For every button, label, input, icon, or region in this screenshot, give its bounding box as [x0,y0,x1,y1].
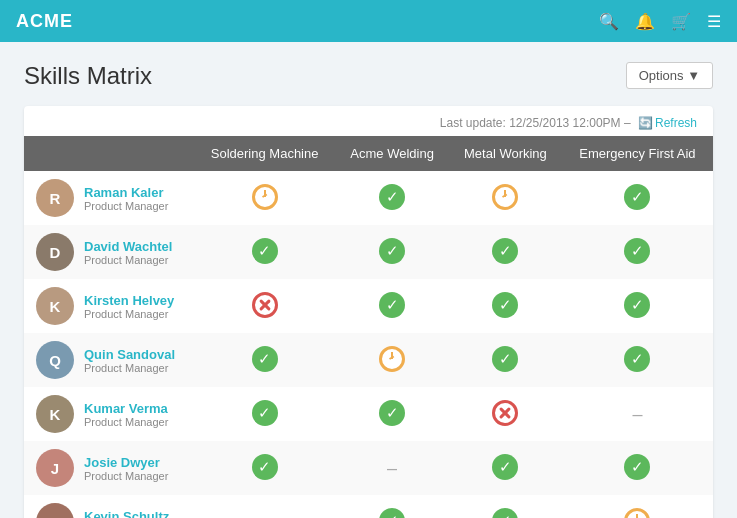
search-icon[interactable]: 🔍 [599,12,619,31]
table-row: Q Quin Sandoval Product Manager [24,333,713,387]
table-row: K Kevin Schultz Product Manager – [24,495,713,518]
status-no-icon [252,292,278,318]
person-name[interactable]: Kumar Verma [84,401,168,416]
person-role: Product Manager [84,308,174,320]
cell-welding [335,495,449,518]
person-cell: J Josie Dwyer Product Manager [24,441,194,495]
person-role: Product Manager [84,362,175,374]
person-name[interactable]: Kevin Schultz [84,509,169,519]
status-check-icon [252,238,278,264]
skills-table: Soldering Machine Acme Welding Metal Wor… [24,136,713,518]
col-header-firstaid: Emergency First Aid [562,136,713,171]
cell-firstaid [562,333,713,387]
person-info: Quin Sandoval Product Manager [84,347,175,374]
page-header: Skills Matrix Options ▼ [24,62,713,90]
person-role: Product Manager [84,254,172,266]
cell-metal [449,495,562,518]
person-info: Raman Kaler Product Manager [84,185,168,212]
person-cell-inner: J Josie Dwyer Product Manager [36,449,182,487]
last-update-label: Last update: 12/25/2013 12:00PM – [440,116,631,130]
table-row: K Kirsten Helvey Product Manager [24,279,713,333]
person-cell: D David Wachtel Product Manager [24,225,194,279]
status-check-icon [492,238,518,264]
person-cell-inner: K Kirsten Helvey Product Manager [36,287,182,325]
person-role: Product Manager [84,416,168,428]
cell-soldering [194,441,335,495]
table-body: R Raman Kaler Product Manager D David Wa… [24,171,713,518]
person-name[interactable]: Josie Dwyer [84,455,168,470]
status-dash-icon: – [260,513,270,518]
person-name[interactable]: Raman Kaler [84,185,168,200]
card-meta: Last update: 12/25/2013 12:00PM – 🔄Refre… [24,106,713,136]
cell-soldering [194,387,335,441]
avatar: D [36,233,74,271]
avatar: K [36,287,74,325]
person-name[interactable]: Quin Sandoval [84,347,175,362]
cart-icon[interactable]: 🛒 [671,12,691,31]
person-cell-inner: D David Wachtel Product Manager [36,233,182,271]
cell-welding [335,387,449,441]
status-check-icon [252,400,278,426]
cell-firstaid: – [562,387,713,441]
status-check-icon [379,238,405,264]
navbar: ACME 🔍 🔔 🛒 ☰ [0,0,737,42]
col-header-metal: Metal Working [449,136,562,171]
cell-welding: – [335,441,449,495]
person-info: Josie Dwyer Product Manager [84,455,168,482]
status-check-icon [252,454,278,480]
status-check-icon [379,400,405,426]
bell-icon[interactable]: 🔔 [635,12,655,31]
col-header-welding: Acme Welding [335,136,449,171]
status-check-icon [252,346,278,372]
cell-metal [449,333,562,387]
person-role: Product Manager [84,200,168,212]
status-check-icon [379,508,405,519]
menu-icon[interactable]: ☰ [707,12,721,31]
person-name[interactable]: David Wachtel [84,239,172,254]
table-header: Soldering Machine Acme Welding Metal Wor… [24,136,713,171]
cell-metal [449,441,562,495]
person-cell-inner: Q Quin Sandoval Product Manager [36,341,182,379]
refresh-link[interactable]: 🔄Refresh [638,116,697,130]
status-check-icon [492,292,518,318]
status-no-icon [492,400,518,426]
table-row: J Josie Dwyer Product Manager – [24,441,713,495]
person-cell: K Kumar Verma Product Manager [24,387,194,441]
cell-soldering [194,171,335,225]
status-check-icon [492,508,518,519]
status-check-icon [624,346,650,372]
col-header-soldering: Soldering Machine [194,136,335,171]
cell-welding [335,225,449,279]
avatar: J [36,449,74,487]
status-clock-icon [492,184,518,210]
person-name[interactable]: Kirsten Helvey [84,293,174,308]
options-button[interactable]: Options ▼ [626,62,713,89]
status-check-icon [624,238,650,264]
col-header-name [24,136,194,171]
cell-welding [335,333,449,387]
cell-welding [335,279,449,333]
cell-soldering [194,279,335,333]
cell-welding [335,171,449,225]
person-cell: Q Quin Sandoval Product Manager [24,333,194,387]
cell-soldering [194,225,335,279]
person-cell-inner: K Kumar Verma Product Manager [36,395,182,433]
status-check-icon [379,292,405,318]
cell-metal [449,225,562,279]
cell-firstaid [562,171,713,225]
refresh-icon: 🔄 [638,116,653,130]
cell-firstaid [562,279,713,333]
status-clock-icon [379,346,405,372]
status-check-icon [624,184,650,210]
table-row: K Kumar Verma Product Manager – [24,387,713,441]
person-cell: R Raman Kaler Product Manager [24,171,194,225]
table-row: R Raman Kaler Product Manager [24,171,713,225]
brand-logo: ACME [16,11,73,32]
avatar: K [36,395,74,433]
cell-metal [449,387,562,441]
person-cell-inner: K Kevin Schultz Product Manager [36,503,182,518]
navbar-icons: 🔍 🔔 🛒 ☰ [599,12,721,31]
cell-firstaid [562,495,713,518]
status-clock-icon [624,508,650,519]
person-role: Product Manager [84,470,168,482]
